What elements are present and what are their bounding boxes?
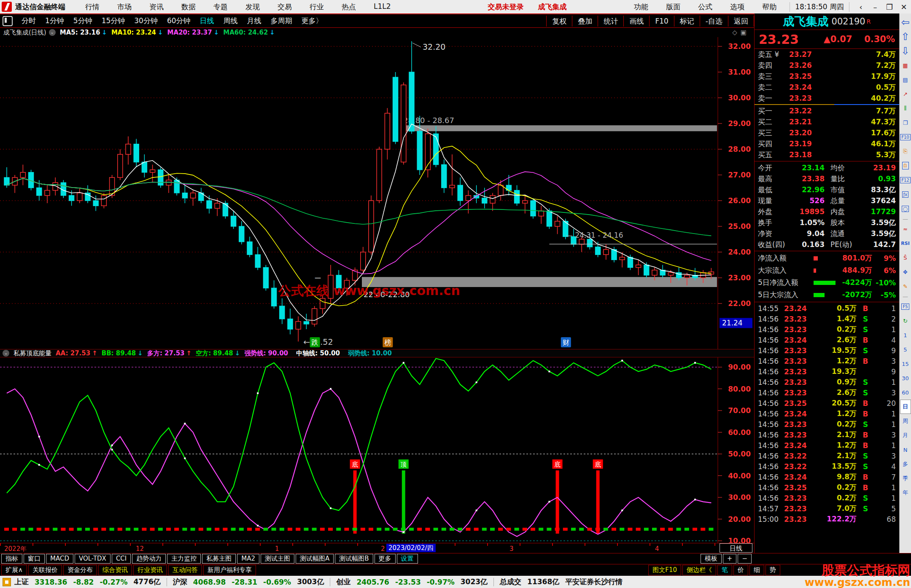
period-n[interactable]: N [900,443,911,457]
menu-市场[interactable]: 市场 [108,2,140,12]
bid-row[interactable]: 买一23.227.7万 [755,105,899,116]
ext-关联报价[interactable]: 关联报价 [28,565,62,575]
tick-row[interactable]: 14:5623.230.2万S1 [755,419,899,430]
tick-list[interactable]: 14:5523.240.5万B114:5623.231.4万S214:5623.… [755,303,899,524]
candlestick-chart[interactable]: 28.80 - 28.6722.40-22.8032.20←20.52— 24.… [0,37,754,349]
wave-icon[interactable]: ≈ [900,222,911,236]
menu-L1L2[interactable]: L1L2 [365,2,400,12]
collapse-icon[interactable]: ⌄ [49,29,56,36]
period-1min[interactable]: 1 [900,328,911,342]
tick-row[interactable]: 14:5623.231.2万B3 [755,356,899,366]
period-30分钟[interactable]: 30分钟 [129,16,162,26]
period-更多〉[interactable]: 更多〉 [297,16,328,26]
tool-统计[interactable]: 统计 [598,16,623,27]
period-1分钟[interactable]: 1分钟 [40,16,69,26]
menu-行情[interactable]: 行情 [76,2,108,12]
menu-热点[interactable]: 热点 [333,2,365,12]
move-icon[interactable]: ✥ [900,265,911,279]
ext-扩展∧[interactable]: 扩展∧ [1,565,27,575]
f5-button[interactable]: F5 [900,299,911,314]
tick-row[interactable]: 14:5623.249.8万B7 [755,472,899,482]
scroll-up-icon[interactable]: ⇧ [900,30,911,44]
tab-−[interactable]: − [738,554,752,564]
indicator-chart[interactable]: 底顶底底90.0080.0070.0060.0050.0040.0030.002… [0,357,754,543]
period-日线[interactable]: 日线 [195,16,219,26]
period-label-button[interactable]: 日线 [720,543,752,553]
f12-button[interactable]: F12 [900,173,911,187]
tick-row[interactable]: 14:5623.2319.3万9 [755,366,899,377]
menu-交易[interactable]: 交易 [269,2,301,12]
formula-icon[interactable]: ƒx [900,187,911,201]
tab-MACD[interactable]: MACD [46,554,73,564]
ext-互动问答[interactable]: 互动问答 [168,565,202,575]
tick-row[interactable]: 14:5623.2213.5万S4 [755,461,899,472]
bid-row[interactable]: 买二23.2147.3万 [755,116,899,127]
ext-综合资讯[interactable]: 综合资讯 [98,565,132,575]
ask-row[interactable]: 卖三23.2517.9万 [755,71,899,82]
tab-VOL-TDX[interactable]: VOL-TDX [75,554,111,564]
minimize-button[interactable]: – [868,3,882,11]
tab-模板[interactable]: 模板 [701,554,722,564]
period-分时[interactable]: 分时 [17,16,40,26]
period-5分钟[interactable]: 5分钟 [69,16,97,26]
tab-MA2[interactable]: MA2 [237,554,259,564]
event-marker-财[interactable]: 财 [561,337,571,347]
menu-资讯[interactable]: 资讯 [140,2,172,12]
tick-row[interactable]: 14:5623.222.1万S3 [755,451,899,461]
report-icon[interactable]: ▦ [900,58,911,72]
menu-功能[interactable]: 功能 [625,2,657,12]
ask-row[interactable]: 卖二23.240.5万 [755,82,899,93]
circle-icon[interactable]: ◯ [900,201,911,216]
collapse-icon[interactable]: ⌄ [3,350,9,357]
tab-更多[interactable]: 更多 [375,554,396,564]
tick-row[interactable]: 14:5623.230.2万S1 [755,324,899,335]
bid-row[interactable]: 买四23.1946.1万 [755,138,899,149]
tab-测试幅图B[interactable]: 测试幅图B [335,554,373,564]
period-multi[interactable]: 多 [900,457,911,471]
pages-icon[interactable]: ❐ [900,115,911,130]
menu-发现[interactable]: 发现 [237,2,269,12]
ask-row[interactable]: 卖四23.267.2万 [755,60,899,71]
tool-叠加[interactable]: 叠加 [572,16,598,27]
tick-row[interactable]: 14:5523.240.5万B1 [755,303,899,314]
tab-主力监控[interactable]: 主力监控 [167,554,201,564]
tool-画线[interactable]: 画线 [623,16,649,27]
custom-stock-icon[interactable]: 自 [900,158,911,173]
period-year[interactable]: 年 [900,486,911,500]
ext-价[interactable]: 价 [733,565,748,575]
close-button[interactable]: ✕ [897,3,911,11]
period-60min[interactable]: 60 [900,385,911,400]
tool--自选[interactable]: -自选 [700,16,728,27]
tab-+[interactable]: + [723,554,737,564]
period-15分钟[interactable]: 15分钟 [97,16,130,26]
tool-返回[interactable]: 返回 [728,16,754,27]
menu-数据[interactable]: 数据 [172,2,205,12]
ask-row[interactable]: 卖五 ¥23.277.4万 [755,49,899,60]
tick-row[interactable]: 14:5623.250.2万B1 [755,482,899,493]
period-月线[interactable]: 月线 [243,16,266,26]
ext-资金分布[interactable]: 资金分布 [63,565,97,575]
ext-新用户福利专享[interactable]: 新用户福利专享 [203,565,256,575]
chart-corner-icons[interactable]: ◇▣ [732,29,750,36]
ask-row[interactable]: 卖一23.2340.2万 [755,93,899,104]
period-15min[interactable]: 15 [900,357,911,371]
refresh-icon[interactable]: ↻ [900,314,911,328]
tick-row[interactable]: 15:0023.23122.2万68 [755,514,899,524]
tab-私募主图[interactable]: 私募主图 [202,554,236,564]
period-day[interactable]: 日 [900,400,911,414]
bid-row[interactable]: 买五23.185.3万 [755,149,899,160]
ext-势[interactable]: 势 [765,565,780,575]
menu-帮助[interactable]: 帮助 [753,2,785,12]
ext-侧边栏《[interactable]: 侧边栏《 [682,565,716,575]
menu-版面[interactable]: 版面 [657,2,689,12]
period-5min[interactable]: 5 [900,342,911,357]
ext-行业资讯[interactable]: 行业资讯 [133,565,167,575]
menu-专题[interactable]: 专题 [205,2,237,12]
back-arrow-icon[interactable]: ⇦ [900,15,911,30]
tool-标记[interactable]: 标记 [674,16,700,27]
sidebar-toggle-icon[interactable] [3,16,13,26]
tick-row[interactable]: 14:5623.241.2万B1 [755,408,899,419]
block-trade-icon[interactable]: ⎘ [900,144,911,158]
period-周线[interactable]: 周线 [219,16,243,26]
tab-窗口[interactable]: 窗口 [24,554,45,564]
